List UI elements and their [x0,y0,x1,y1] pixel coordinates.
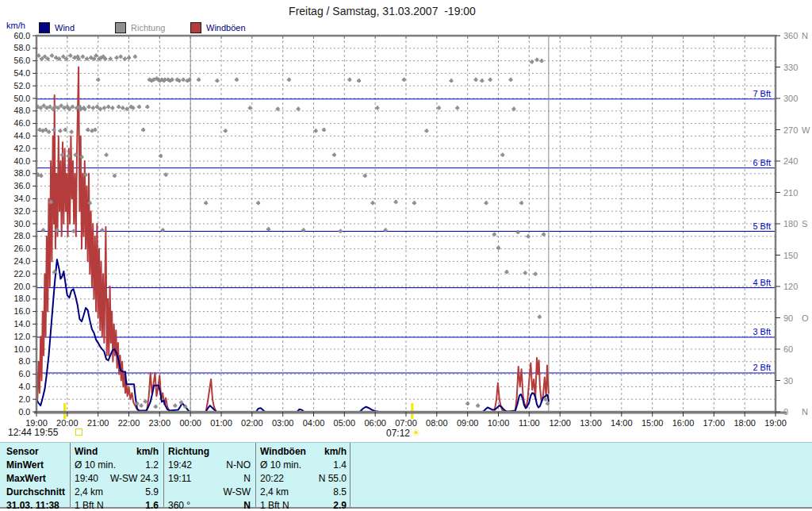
header-gust-unit: km/h [324,445,347,458]
svg-text:10.0: 10.0 [14,344,31,354]
svg-text:O: O [802,313,809,323]
svg-text:15:00: 15:00 [642,418,664,428]
svg-text:46.0: 46.0 [14,118,31,128]
wind-min-value: 1.2 [145,459,159,471]
svg-text:12:00: 12:00 [549,418,571,428]
row-label: Durchschnitt [6,486,68,498]
svg-text:48.0: 48.0 [14,106,31,115]
svg-text:360: 360 [783,31,798,40]
svg-text:2.0: 2.0 [18,394,30,404]
svg-text:22.0: 22.0 [14,269,31,279]
svg-text:26.0: 26.0 [14,244,31,253]
svg-text:2 Bft: 2 Bft [753,363,771,372]
weather-station-window: Freitag / Samstag, 31.03.2007 -19:00 km/… [0,0,812,511]
svg-text:23:00: 23:00 [149,418,171,428]
svg-text:52.0: 52.0 [14,81,31,90]
svg-text:150: 150 [783,251,798,260]
svg-text:4.0: 4.0 [18,382,30,391]
svg-text:44.0: 44.0 [14,131,31,140]
dir-avg-value: W-SW [224,486,251,498]
svg-text:50.0: 50.0 [14,94,31,103]
svg-text:6 Bft: 6 Bft [753,158,771,167]
svg-text:30.0: 30.0 [14,219,31,229]
svg-text:30: 30 [783,376,793,386]
svg-text:W: W [802,125,810,135]
wind-current-value: 1.6 [145,499,159,511]
svg-text:6.0: 6.0 [18,369,30,378]
svg-text:180: 180 [783,219,798,229]
table-row-current: 31.03. 11:38 1 Bft N1.6 360 °N 1 Bft N2.… [0,499,812,511]
svg-text:240: 240 [783,156,798,166]
svg-text:60.0: 60.0 [14,31,31,40]
row-label: MinWert [6,459,68,471]
svg-text:3 Bft: 3 Bft [753,327,771,336]
svg-text:22:00: 22:00 [118,418,140,428]
header-windboeen: Windböen [260,445,306,458]
svg-text:0: 0 [783,407,788,417]
svg-text:60: 60 [783,344,793,354]
table-header-row: Sensor Windkm/h Richtung Windböenkm/h [0,445,812,459]
moon-times-label: 12:44 19:55 [8,427,82,438]
svg-text:10:00: 10:00 [488,418,510,428]
svg-text:08:00: 08:00 [426,418,448,428]
svg-text:7 Bft: 7 Bft [753,89,771,98]
svg-text:05:00: 05:00 [334,418,356,428]
gust-max-value: N 55.0 [319,472,347,485]
dir-max-time: 19:11 [168,472,191,485]
svg-text:34.0: 34.0 [14,194,31,203]
wind-max-time: 19:40 [75,472,98,485]
svg-text:00:00: 00:00 [179,418,201,428]
svg-text:120: 120 [783,282,798,291]
svg-text:12.0: 12.0 [14,332,31,341]
svg-text:06:00: 06:00 [364,418,386,428]
wind-max-value: W-SW 24.3 [110,472,159,485]
svg-text:19:00: 19:00 [764,418,787,428]
header-wind: Wind [75,445,98,458]
table-row-minwert: MinWert Ø 10 min.1.2 19:42N-NO Ø 10 min.… [0,459,812,472]
gust-max-time: 20:22 [260,472,284,485]
svg-text:18.0: 18.0 [14,294,31,303]
svg-text:11:00: 11:00 [519,418,540,428]
row-label-timestamp: 31.03. 11:38 [6,499,68,511]
svg-text:270: 270 [783,125,798,135]
gust-min-label: Ø 10 min. [260,459,301,471]
svg-text:04:00: 04:00 [303,418,325,428]
svg-text:5 Bft: 5 Bft [753,221,771,231]
svg-text:28.0: 28.0 [14,231,31,240]
moon-times-text: 12:44 19:55 [8,427,58,438]
dir-min-value: N-NO [226,459,251,471]
svg-text:02:00: 02:00 [241,418,263,428]
svg-text:8.0: 8.0 [18,356,30,366]
gust-avg-value: 8.5 [333,486,347,498]
gust-current-value: 2.9 [333,499,347,511]
svg-text:03:00: 03:00 [272,418,294,428]
svg-text:210: 210 [783,188,798,198]
header-richtung: Richtung [168,445,209,458]
svg-text:32.0: 32.0 [14,206,31,216]
svg-text:14:00: 14:00 [611,418,633,428]
sunrise-time-label: 07:12☀ [386,427,421,439]
sensor-summary-panel: Sensor Windkm/h Richtung Windböenkm/h Mi… [0,442,812,509]
svg-text:0.0: 0.0 [18,407,30,417]
svg-text:16:00: 16:00 [672,418,695,428]
svg-text:58.0: 58.0 [14,43,31,52]
dir-max-value: N [243,472,251,485]
wind-avg-label: 2,4 km [75,486,103,498]
table-row-durchschnitt: Durchschnitt 2,4 km5.9 W-SW 2,4 km8.5 [0,486,812,499]
sunrise-time-text: 07:12 [386,428,410,439]
wind-chart-plot: 2 Bft3 Bft4 Bft5 Bft6 Bft7 Bft60.058.056… [0,0,812,441]
gust-avg-label: 2,4 km [260,486,289,498]
svg-text:16.0: 16.0 [14,306,31,316]
svg-text:40.0: 40.0 [14,156,31,166]
svg-text:42.0: 42.0 [14,144,31,153]
table-row-maxwert: MaxWert 19:40W-SW 24.3 19:11N 20:22N 55.… [0,472,812,486]
svg-text:300: 300 [783,94,798,103]
svg-text:N: N [802,31,808,40]
wind-min-label: Ø 10 min. [75,459,116,471]
dir-current-deg: 360 ° [168,499,190,511]
row-label: MaxWert [6,472,68,485]
gust-min-value: 1.4 [333,459,347,471]
header-wind-unit: km/h [136,445,159,458]
dir-min-time: 19:42 [168,459,192,471]
svg-text:90: 90 [783,313,793,323]
